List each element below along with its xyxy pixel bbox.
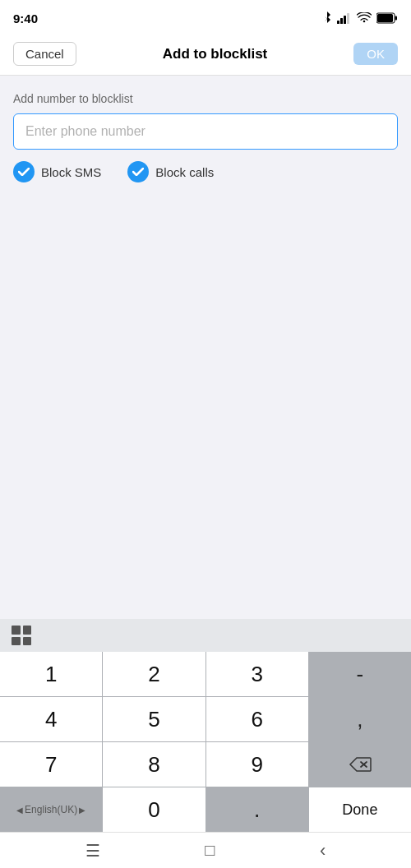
block-sms-checkbox[interactable]: Block SMS [13, 161, 101, 182]
key-7[interactable]: 7 [0, 742, 102, 787]
checkmark-icon-2 [132, 168, 144, 176]
svg-rect-5 [377, 14, 393, 22]
keyboard-row-3: 7 8 9 [0, 742, 411, 787]
signal-icon [337, 12, 352, 24]
key-backspace[interactable] [309, 742, 411, 787]
key-5[interactable]: 5 [103, 697, 205, 741]
checkboxes-container: Block SMS Block calls [13, 161, 398, 182]
block-calls-label: Block calls [155, 165, 214, 179]
keyboard-row-4: ◀ English(UK) ▶ 0 . Done [0, 787, 411, 832]
nav-bar: Cancel Add to blocklist OK [0, 33, 411, 76]
battery-icon [376, 12, 398, 24]
key-3[interactable]: 3 [206, 652, 308, 696]
cancel-button[interactable]: Cancel [13, 42, 76, 66]
menu-icon[interactable]: ☰ [85, 841, 100, 861]
ok-button[interactable]: OK [353, 43, 398, 65]
block-sms-label: Block SMS [41, 165, 101, 179]
svg-rect-3 [347, 13, 349, 24]
home-icon[interactable]: □ [205, 841, 215, 860]
bluetooth-icon [322, 12, 332, 25]
svg-rect-1 [340, 18, 343, 24]
content-area: Add number to blocklist Block SMS Block … [0, 76, 411, 619]
key-done[interactable]: Done [309, 787, 411, 832]
checkmark-icon [18, 168, 30, 176]
keyboard-row-1: 1 2 3 - [0, 652, 411, 696]
backspace-icon [349, 756, 372, 773]
keyboard: 1 2 3 - 4 5 6 , 7 8 9 [0, 619, 411, 832]
keyboard-rows: 1 2 3 - 4 5 6 , 7 8 9 [0, 652, 411, 832]
key-9[interactable]: 9 [206, 742, 308, 787]
keyboard-grid-icon[interactable] [12, 626, 31, 645]
key-6[interactable]: 6 [206, 697, 308, 741]
phone-input[interactable] [13, 113, 398, 150]
key-1[interactable]: 1 [0, 652, 102, 696]
key-language[interactable]: ◀ English(UK) ▶ [0, 787, 102, 832]
key-comma[interactable]: , [309, 697, 411, 741]
key-4[interactable]: 4 [0, 697, 102, 741]
keyboard-row-2: 4 5 6 , [0, 697, 411, 741]
key-period[interactable]: . [206, 787, 308, 832]
svg-rect-6 [395, 16, 398, 21]
key-0[interactable]: 0 [103, 787, 205, 832]
svg-rect-0 [337, 21, 339, 24]
key-8[interactable]: 8 [103, 742, 205, 787]
block-calls-checkbox[interactable]: Block calls [127, 161, 214, 182]
block-sms-check-icon [13, 161, 35, 182]
svg-rect-2 [344, 16, 346, 24]
key-dash[interactable]: - [309, 652, 411, 696]
wifi-icon [357, 12, 372, 24]
key-2[interactable]: 2 [103, 652, 205, 696]
status-bar: 9:40 [0, 0, 411, 33]
block-calls-check-icon [127, 161, 149, 182]
keyboard-toolbar [0, 619, 411, 652]
status-icons [322, 12, 398, 25]
bottom-nav: ☰ □ ‹ [0, 832, 411, 868]
status-time: 9:40 [13, 12, 38, 25]
page-title: Add to blocklist [163, 46, 268, 62]
back-icon[interactable]: ‹ [320, 840, 326, 861]
section-label: Add number to blocklist [13, 92, 398, 105]
